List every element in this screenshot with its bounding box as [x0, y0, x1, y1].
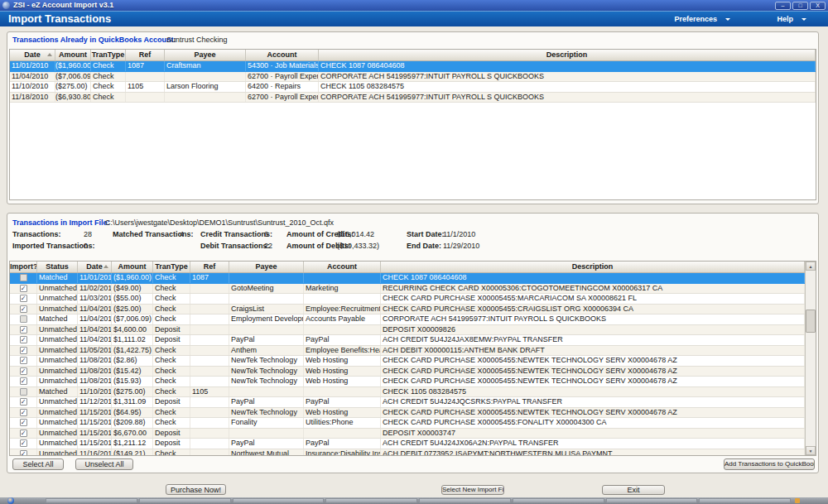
minimize-button[interactable]: – — [775, 2, 791, 10]
cell-import[interactable]: ✓ — [10, 439, 37, 449]
table-row[interactable]: 11/04/2010($7,006.09)Check62700 · Payrol… — [10, 72, 816, 83]
table-row[interactable]: ✓Unmatched11/15/2010($64.95)CheckNewTek … — [10, 408, 805, 419]
column-header-description[interactable]: Description — [319, 50, 816, 60]
add-transactions-to-quickbooks-button[interactable]: Add Transactions to QuickBooks — [724, 458, 815, 470]
table-row[interactable]: ✓Unmatched11/05/2010($1,422.75)CheckAnth… — [10, 346, 805, 357]
column-header-ref[interactable]: Ref — [190, 262, 229, 272]
taskbar-item[interactable] — [46, 498, 137, 503]
unselect-all-button[interactable]: Unselect All — [75, 458, 133, 470]
tray-icon[interactable] — [795, 498, 800, 503]
scroll-up-icon[interactable]: ▲ — [806, 262, 816, 271]
menu-help[interactable]: Help — [777, 15, 806, 23]
column-header-date[interactable]: Date — [78, 262, 112, 272]
cell-import[interactable] — [10, 387, 37, 397]
table-row[interactable]: Matched11/10/2010($275.00)Check1105CHECK… — [10, 387, 805, 398]
column-header-trantype[interactable]: TranType — [153, 262, 190, 272]
taskbar-items[interactable] — [46, 498, 791, 503]
cell-import[interactable]: ✓ — [10, 429, 37, 439]
table-row[interactable]: ✓Unmatched11/08/2010($2.86)CheckNewTek T… — [10, 356, 805, 367]
taskbar-item[interactable] — [699, 498, 791, 503]
start-button-icon[interactable] — [7, 497, 14, 504]
import-checkbox[interactable]: ✓ — [20, 419, 27, 426]
column-header-account[interactable]: Account — [304, 262, 381, 272]
import-checkbox[interactable]: ✓ — [20, 398, 27, 406]
table-row[interactable]: ✓Unmatched11/16/2010($149.21)CheckNorthw… — [10, 449, 805, 457]
taskbar-item[interactable] — [233, 498, 325, 503]
import-checkbox[interactable]: ✓ — [20, 367, 27, 375]
taskbar-item[interactable] — [419, 498, 511, 503]
import-checkbox[interactable]: ✓ — [20, 357, 27, 364]
cell-import[interactable]: ✓ — [10, 418, 37, 428]
import-checkbox[interactable]: ✓ — [20, 285, 27, 292]
column-header-date[interactable]: Date — [10, 50, 55, 60]
scrollbar-thumb[interactable] — [806, 310, 816, 333]
table-row[interactable]: ✓Unmatched11/15/2010($209.88)CheckFonali… — [10, 418, 805, 429]
table-row[interactable]: ✓Unmatched11/02/2010($49.00)CheckGotoMee… — [10, 284, 805, 295]
table-row[interactable]: ✓Unmatched11/04/2010($25.00)CheckCraigsL… — [10, 305, 805, 315]
cell-import[interactable] — [10, 273, 37, 283]
table-row[interactable]: Matched11/04/2010($7,006.09)CheckEmploym… — [10, 314, 805, 325]
table-row[interactable]: ✓Unmatched11/04/2010$4,600.00DepositDEPO… — [10, 325, 805, 336]
import-checkbox[interactable]: ✓ — [20, 409, 27, 416]
close-button[interactable]: X — [810, 2, 826, 10]
cell-import[interactable]: ✓ — [10, 397, 37, 407]
table-row[interactable]: ✓Unmatched11/08/2010($15.42)CheckNewTek … — [10, 367, 805, 377]
import-checkbox[interactable]: ✓ — [20, 326, 27, 334]
cell-import[interactable]: ✓ — [10, 356, 37, 366]
cell-import[interactable]: ✓ — [10, 325, 37, 335]
taskbar-item[interactable] — [606, 498, 698, 503]
select-all-button[interactable]: Select All — [12, 458, 64, 470]
import-checkbox[interactable]: ✓ — [20, 439, 27, 447]
cell-import[interactable]: ✓ — [10, 408, 37, 418]
column-header-import[interactable]: Import? — [10, 262, 37, 272]
cell-import[interactable]: ✓ — [10, 305, 37, 314]
taskbar-item[interactable] — [325, 498, 417, 503]
column-header-ref[interactable]: Ref — [126, 50, 165, 60]
cell-import[interactable]: ✓ — [10, 335, 37, 345]
cell-import[interactable]: ✓ — [10, 449, 37, 457]
cell-import[interactable]: ✓ — [10, 377, 37, 386]
select-new-import-file-button[interactable]: Select New Import File — [441, 485, 504, 495]
import-checkbox[interactable] — [20, 274, 27, 281]
column-header-account[interactable]: Account — [246, 50, 319, 60]
import-checkbox[interactable]: ✓ — [20, 347, 27, 354]
column-header-amount[interactable]: Amount — [112, 262, 153, 272]
import-checkbox[interactable] — [20, 388, 27, 396]
table-row[interactable]: ✓Unmatched11/03/2010($55.00)CheckCHECK C… — [10, 294, 805, 305]
column-header-trantype[interactable]: TranType — [91, 50, 126, 60]
import-checkbox[interactable]: ✓ — [20, 377, 27, 385]
menu-preferences[interactable]: Preferences — [674, 15, 730, 23]
import-checkbox[interactable]: ✓ — [20, 450, 27, 457]
import-checkbox[interactable]: ✓ — [20, 336, 27, 343]
table-row[interactable]: ✓Unmatched11/15/2010$6,670.00DepositDEPO… — [10, 429, 805, 439]
table-row[interactable]: ✓Unmatched11/04/2010$1,111.02DepositPayP… — [10, 335, 805, 346]
taskbar-item[interactable] — [513, 498, 604, 503]
column-header-amount[interactable]: Amount — [55, 50, 91, 60]
import-checkbox[interactable]: ✓ — [20, 430, 27, 437]
cell-import[interactable] — [10, 314, 37, 324]
taskbar[interactable] — [0, 497, 828, 504]
exit-button[interactable]: Exit — [602, 485, 665, 495]
import-checkbox[interactable] — [20, 315, 27, 323]
cell-import[interactable]: ✓ — [10, 284, 37, 294]
maximize-button[interactable]: □ — [792, 2, 808, 10]
column-header-payee[interactable]: Payee — [229, 262, 304, 272]
import-checkbox[interactable]: ✓ — [20, 295, 27, 302]
taskbar-item[interactable] — [139, 498, 231, 503]
cell-import[interactable]: ✓ — [10, 367, 37, 377]
import-checkbox[interactable]: ✓ — [20, 305, 27, 313]
table-row[interactable]: ✓Unmatched11/12/2010$1,311.09DepositPayP… — [10, 397, 805, 408]
column-header-payee[interactable]: Payee — [165, 50, 246, 60]
column-header-status[interactable]: Status — [37, 262, 78, 272]
table-row[interactable]: ✓Unmatched11/15/2010$1,211.12DepositPayP… — [10, 439, 805, 449]
cell-import[interactable]: ✓ — [10, 346, 37, 356]
table-row[interactable]: Matched11/01/2010($1,960.00)Check1087CHE… — [10, 273, 805, 284]
table-row[interactable]: 11/10/2010($275.00)Check1105Larson Floor… — [10, 82, 816, 93]
scroll-down-icon[interactable]: ▼ — [806, 446, 816, 455]
purchase-now-button[interactable]: Purchase Now! — [166, 484, 226, 495]
vertical-scrollbar[interactable]: ▲ ▼ — [805, 262, 816, 455]
cell-import[interactable]: ✓ — [10, 294, 37, 304]
table-row[interactable]: 11/01/2010($1,960.00)Check1087Craftsman5… — [10, 61, 816, 72]
table-row[interactable]: 11/18/2010($6,930.80)Check62700 · Payrol… — [10, 93, 816, 103]
table-row[interactable]: ✓Unmatched11/08/2010($15.93)CheckNewTek … — [10, 377, 805, 387]
